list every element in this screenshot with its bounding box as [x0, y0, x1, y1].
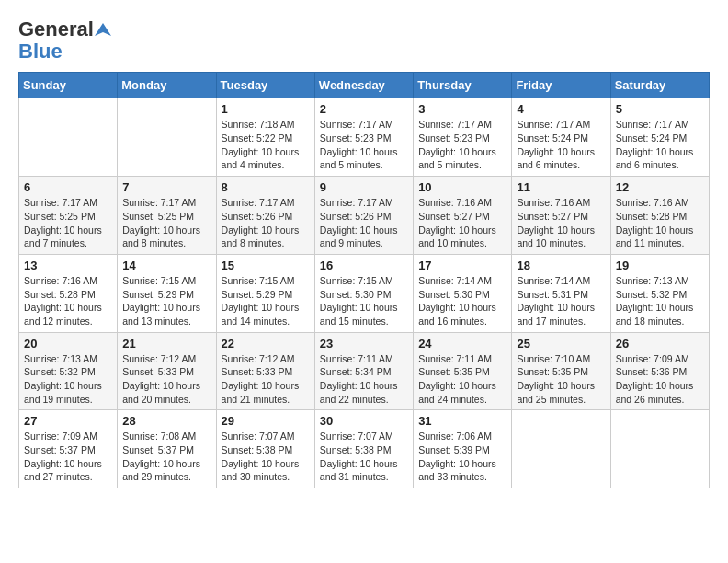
day-info: Sunrise: 7:08 AM Sunset: 5:37 PM Dayligh… [122, 430, 210, 484]
calendar-week-row: 1Sunrise: 7:18 AM Sunset: 5:22 PM Daylig… [19, 98, 710, 177]
day-info: Sunrise: 7:11 AM Sunset: 5:35 PM Dayligh… [418, 352, 506, 407]
day-info: Sunrise: 7:17 AM Sunset: 5:25 PM Dayligh… [24, 196, 112, 250]
day-number: 30 [320, 414, 408, 428]
calendar-cell: 16Sunrise: 7:15 AM Sunset: 5:30 PM Dayli… [314, 254, 413, 332]
calendar-cell: 31Sunrise: 7:06 AM Sunset: 5:39 PM Dayli… [414, 410, 512, 488]
calendar-cell: 24Sunrise: 7:11 AM Sunset: 5:35 PM Dayli… [414, 332, 512, 410]
day-number: 26 [616, 337, 704, 350]
day-info: Sunrise: 7:17 AM Sunset: 5:25 PM Dayligh… [122, 196, 210, 250]
page-header: General Blue [18, 18, 710, 63]
day-info: Sunrise: 7:14 AM Sunset: 5:31 PM Dayligh… [517, 274, 605, 328]
day-info: Sunrise: 7:16 AM Sunset: 5:28 PM Dayligh… [24, 274, 112, 328]
logo-general-text: General [18, 18, 94, 40]
day-number: 21 [122, 337, 210, 350]
day-of-week-header: Saturday [610, 73, 709, 98]
calendar-cell: 8Sunrise: 7:17 AM Sunset: 5:26 PM Daylig… [216, 177, 314, 255]
svg-marker-0 [95, 23, 111, 36]
calendar-cell: 11Sunrise: 7:16 AM Sunset: 5:27 PM Dayli… [512, 177, 610, 255]
calendar-cell [19, 98, 118, 177]
day-of-week-header: Sunday [19, 73, 118, 98]
calendar-cell: 13Sunrise: 7:16 AM Sunset: 5:28 PM Dayli… [19, 254, 118, 332]
day-info: Sunrise: 7:12 AM Sunset: 5:33 PM Dayligh… [122, 352, 210, 407]
day-info: Sunrise: 7:14 AM Sunset: 5:30 PM Dayligh… [418, 274, 506, 328]
calendar-cell [610, 410, 709, 488]
day-number: 15 [222, 259, 310, 272]
day-number: 28 [122, 414, 210, 428]
day-number: 17 [418, 259, 506, 272]
calendar-cell: 12Sunrise: 7:16 AM Sunset: 5:28 PM Dayli… [610, 177, 709, 255]
calendar-week-row: 20Sunrise: 7:13 AM Sunset: 5:32 PM Dayli… [19, 332, 710, 410]
calendar-week-row: 6Sunrise: 7:17 AM Sunset: 5:25 PM Daylig… [19, 177, 710, 255]
calendar-table: SundayMondayTuesdayWednesdayThursdayFrid… [18, 72, 710, 488]
day-number: 20 [24, 337, 112, 350]
day-info: Sunrise: 7:07 AM Sunset: 5:38 PM Dayligh… [222, 430, 310, 484]
calendar-cell: 29Sunrise: 7:07 AM Sunset: 5:38 PM Dayli… [216, 410, 314, 488]
calendar-cell: 19Sunrise: 7:13 AM Sunset: 5:32 PM Dayli… [610, 254, 709, 332]
day-number: 13 [24, 259, 112, 272]
day-number: 5 [616, 102, 704, 116]
day-number: 23 [320, 337, 408, 350]
day-number: 6 [24, 180, 112, 194]
day-number: 24 [418, 337, 506, 350]
day-of-week-header: Thursday [414, 73, 512, 98]
calendar-cell: 9Sunrise: 7:17 AM Sunset: 5:26 PM Daylig… [314, 177, 413, 255]
logo-blue-text: Blue [18, 40, 63, 63]
day-number: 27 [24, 414, 112, 428]
day-number: 9 [320, 180, 408, 194]
day-info: Sunrise: 7:15 AM Sunset: 5:29 PM Dayligh… [222, 274, 310, 328]
day-info: Sunrise: 7:16 AM Sunset: 5:28 PM Dayligh… [616, 196, 704, 250]
day-info: Sunrise: 7:10 AM Sunset: 5:35 PM Dayligh… [517, 352, 605, 407]
calendar-cell: 5Sunrise: 7:17 AM Sunset: 5:24 PM Daylig… [610, 98, 709, 177]
day-number: 18 [517, 259, 605, 272]
day-info: Sunrise: 7:15 AM Sunset: 5:29 PM Dayligh… [122, 274, 210, 328]
logo: General Blue [18, 18, 112, 63]
day-of-week-header: Monday [118, 73, 216, 98]
calendar-cell: 27Sunrise: 7:09 AM Sunset: 5:37 PM Dayli… [19, 410, 118, 488]
calendar-cell [118, 98, 216, 177]
day-number: 10 [418, 180, 506, 194]
calendar-cell: 21Sunrise: 7:12 AM Sunset: 5:33 PM Dayli… [118, 332, 216, 410]
day-info: Sunrise: 7:12 AM Sunset: 5:33 PM Dayligh… [222, 352, 310, 407]
day-number: 14 [122, 259, 210, 272]
day-number: 4 [517, 102, 605, 116]
day-info: Sunrise: 7:09 AM Sunset: 5:36 PM Dayligh… [616, 352, 704, 407]
day-info: Sunrise: 7:17 AM Sunset: 5:26 PM Dayligh… [222, 196, 310, 250]
calendar-cell: 18Sunrise: 7:14 AM Sunset: 5:31 PM Dayli… [512, 254, 610, 332]
day-info: Sunrise: 7:07 AM Sunset: 5:38 PM Dayligh… [320, 430, 408, 484]
calendar-header-row: SundayMondayTuesdayWednesdayThursdayFrid… [19, 73, 710, 98]
day-number: 12 [616, 180, 704, 194]
day-info: Sunrise: 7:11 AM Sunset: 5:34 PM Dayligh… [320, 352, 408, 407]
calendar-cell: 17Sunrise: 7:14 AM Sunset: 5:30 PM Dayli… [414, 254, 512, 332]
calendar-cell: 15Sunrise: 7:15 AM Sunset: 5:29 PM Dayli… [216, 254, 314, 332]
day-number: 3 [418, 102, 506, 116]
day-of-week-header: Friday [512, 73, 610, 98]
day-info: Sunrise: 7:17 AM Sunset: 5:26 PM Dayligh… [320, 196, 408, 250]
day-info: Sunrise: 7:17 AM Sunset: 5:24 PM Dayligh… [517, 118, 605, 172]
day-number: 25 [517, 337, 605, 350]
calendar-cell: 3Sunrise: 7:17 AM Sunset: 5:23 PM Daylig… [414, 98, 512, 177]
day-number: 11 [517, 180, 605, 194]
calendar-cell: 7Sunrise: 7:17 AM Sunset: 5:25 PM Daylig… [118, 177, 216, 255]
day-info: Sunrise: 7:13 AM Sunset: 5:32 PM Dayligh… [616, 274, 704, 328]
day-info: Sunrise: 7:17 AM Sunset: 5:24 PM Dayligh… [616, 118, 704, 172]
day-number: 19 [616, 259, 704, 272]
day-info: Sunrise: 7:17 AM Sunset: 5:23 PM Dayligh… [418, 118, 506, 172]
calendar-cell: 14Sunrise: 7:15 AM Sunset: 5:29 PM Dayli… [118, 254, 216, 332]
day-number: 31 [418, 414, 506, 428]
day-number: 7 [122, 180, 210, 194]
calendar-cell: 10Sunrise: 7:16 AM Sunset: 5:27 PM Dayli… [414, 177, 512, 255]
calendar-cell: 1Sunrise: 7:18 AM Sunset: 5:22 PM Daylig… [216, 98, 314, 177]
day-number: 8 [222, 180, 310, 194]
day-number: 1 [222, 102, 310, 116]
calendar-cell: 28Sunrise: 7:08 AM Sunset: 5:37 PM Dayli… [118, 410, 216, 488]
calendar-cell: 26Sunrise: 7:09 AM Sunset: 5:36 PM Dayli… [610, 332, 709, 410]
day-info: Sunrise: 7:09 AM Sunset: 5:37 PM Dayligh… [24, 430, 112, 484]
calendar-cell: 25Sunrise: 7:10 AM Sunset: 5:35 PM Dayli… [512, 332, 610, 410]
calendar-cell: 20Sunrise: 7:13 AM Sunset: 5:32 PM Dayli… [19, 332, 118, 410]
day-of-week-header: Tuesday [216, 73, 314, 98]
calendar-cell [512, 410, 610, 488]
calendar-week-row: 13Sunrise: 7:16 AM Sunset: 5:28 PM Dayli… [19, 254, 710, 332]
day-info: Sunrise: 7:13 AM Sunset: 5:32 PM Dayligh… [24, 352, 112, 407]
day-number: 22 [222, 337, 310, 350]
calendar-cell: 30Sunrise: 7:07 AM Sunset: 5:38 PM Dayli… [314, 410, 413, 488]
